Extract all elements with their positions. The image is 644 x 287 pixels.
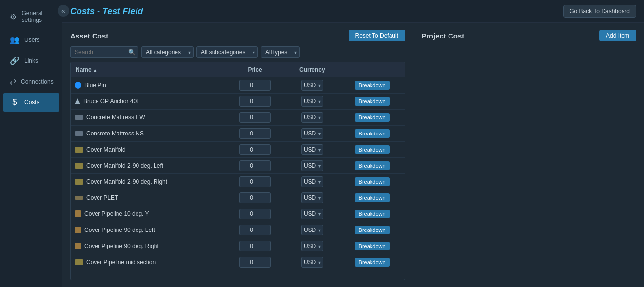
currency-select[interactable]: USD EUR GBP (302, 225, 318, 235)
breakdown-button[interactable]: Breakdown (355, 242, 390, 250)
cell-breakdown: Breakdown (339, 142, 405, 158)
item-icon (75, 179, 83, 185)
currency-select[interactable]: USD EUR GBP (302, 80, 318, 90)
chevron-down-icon: ▾ (318, 211, 323, 217)
item-icon (75, 163, 83, 169)
currency-select[interactable]: USD EUR GBP (302, 177, 318, 187)
breakdown-button[interactable]: Breakdown (355, 177, 390, 186)
connections-icon: ⇄ (10, 77, 16, 86)
price-input[interactable] (239, 257, 271, 268)
price-input[interactable] (239, 160, 271, 171)
sidebar-item-links[interactable]: 🔗 Links (3, 51, 59, 70)
types-select[interactable]: All types (261, 46, 300, 58)
sidebar-item-connections[interactable]: ⇄ Connections (3, 72, 59, 91)
price-input[interactable] (239, 80, 271, 91)
cell-currency: USD EUR GBP ▾ (285, 190, 340, 206)
breakdown-button[interactable]: Breakdown (355, 226, 390, 234)
breakdown-button[interactable]: Breakdown (355, 81, 390, 90)
currency-select[interactable]: USD EUR GBP (302, 209, 318, 219)
sidebar-toggle[interactable]: « (58, 5, 69, 17)
price-input[interactable] (239, 144, 271, 155)
currency-select[interactable]: USD EUR GBP (302, 193, 318, 203)
links-icon: 🔗 (10, 56, 20, 65)
item-icon (75, 131, 83, 136)
chevron-down-icon: ▾ (318, 260, 323, 265)
table-row: Cover Pipeline 10 deg. Y USD EUR GBP ▾ B… (71, 206, 405, 222)
cell-breakdown: Breakdown (339, 110, 405, 126)
item-icon (75, 243, 81, 249)
currency-select[interactable]: USD EUR GBP (302, 129, 318, 138)
project-panel: Project Cost Add Item (413, 23, 644, 287)
item-icon (75, 259, 83, 265)
cell-name: Concrete Mattress EW (71, 110, 225, 126)
sidebar-item-users[interactable]: 👥 Users (3, 30, 59, 49)
add-item-button[interactable]: Add Item (599, 30, 636, 41)
topbar: Costs - Test Field Go Back To Dashboard (62, 0, 644, 23)
item-icon (75, 115, 83, 120)
chevron-down-icon: ▾ (318, 131, 323, 136)
cell-name: Cover Manifold 2-90 deg. Right (71, 174, 225, 190)
breakdown-button[interactable]: Breakdown (355, 161, 390, 170)
cell-price (225, 238, 285, 254)
currency-select[interactable]: USD EUR GBP (302, 113, 318, 122)
price-input[interactable] (239, 96, 271, 107)
breakdown-button[interactable]: Breakdown (355, 97, 390, 106)
price-input[interactable] (239, 112, 271, 123)
page-title: Costs - Test Field (70, 6, 143, 17)
sidebar-item-general-settings[interactable]: ⚙ General settings (3, 5, 59, 28)
go-back-button[interactable]: Go Back To Dashboard (563, 5, 636, 18)
table-row: Blue Pin USD EUR GBP ▾ Breakdown (71, 77, 405, 94)
sidebar-item-label: Users (24, 37, 39, 43)
price-input[interactable] (239, 241, 271, 251)
table-row: Cover Pipeline mid section USD EUR GBP ▾… (71, 254, 405, 270)
cell-breakdown: Breakdown (339, 174, 405, 190)
cell-name: Blue Pin (71, 77, 225, 94)
table-row: Cover Manifold USD EUR GBP ▾ Breakdown (71, 142, 405, 158)
cell-breakdown: Breakdown (339, 158, 405, 174)
col-header-action (339, 62, 405, 77)
breakdown-button[interactable]: Breakdown (355, 129, 390, 138)
chevron-down-icon: ▾ (318, 195, 323, 201)
price-input[interactable] (239, 176, 271, 187)
table-row: Cover Pipeline 90 deg. Right USD EUR GBP… (71, 238, 405, 254)
subcategory-select[interactable]: All subcategories (196, 46, 258, 58)
cell-name: Cover Pipeline 90 deg. Right (71, 238, 225, 254)
chevron-down-icon: ▾ (318, 147, 323, 153)
cell-price (225, 126, 285, 142)
price-input[interactable] (239, 209, 271, 219)
currency-select[interactable]: USD EUR GBP (302, 241, 318, 251)
cell-price (225, 94, 285, 110)
project-panel-title: Project Cost (421, 32, 464, 40)
price-input[interactable] (239, 128, 271, 139)
chevron-down-icon: ▾ (318, 99, 323, 104)
reset-button[interactable]: Reset To Default (349, 30, 406, 41)
asset-panel-header: Asset Cost Reset To Default (70, 30, 405, 41)
sidebar: « ⚙ General settings 👥 Users 🔗 Links ⇄ C… (0, 0, 62, 287)
table-row: Cover PLET USD EUR GBP ▾ Breakdown (71, 190, 405, 206)
breakdown-button[interactable]: Breakdown (355, 113, 390, 122)
currency-select[interactable]: USD EUR GBP (302, 257, 318, 267)
breakdown-button[interactable]: Breakdown (355, 258, 390, 267)
gear-icon: ⚙ (10, 12, 17, 21)
chevron-down-icon: ▾ (318, 228, 323, 233)
breakdown-button[interactable]: Breakdown (355, 210, 390, 218)
cell-price (225, 158, 285, 174)
chevron-down-icon: ▾ (318, 83, 323, 88)
table-row: Concrete Mattress EW USD EUR GBP ▾ Break… (71, 110, 405, 126)
currency-select[interactable]: USD EUR GBP (302, 161, 318, 171)
breakdown-button[interactable]: Breakdown (355, 193, 390, 202)
asset-panel: Asset Cost Reset To Default 🔍 All catego… (62, 23, 413, 287)
breakdown-button[interactable]: Breakdown (355, 145, 390, 154)
price-input[interactable] (239, 225, 271, 235)
price-input[interactable] (239, 192, 271, 203)
cell-currency: USD EUR GBP ▾ (285, 94, 340, 110)
currency-select[interactable]: USD EUR GBP (302, 145, 318, 154)
category-select[interactable]: All categories (141, 46, 194, 58)
cell-currency: USD EUR GBP ▾ (285, 110, 340, 126)
item-icon (75, 82, 81, 89)
sidebar-item-costs[interactable]: $ Costs (3, 93, 59, 112)
cell-name: Cover Pipeline 10 deg. Y (71, 206, 225, 222)
sidebar-item-label: Costs (24, 99, 39, 106)
currency-select[interactable]: USD EUR GBP (302, 96, 318, 106)
col-header-name[interactable]: Name (71, 62, 225, 77)
